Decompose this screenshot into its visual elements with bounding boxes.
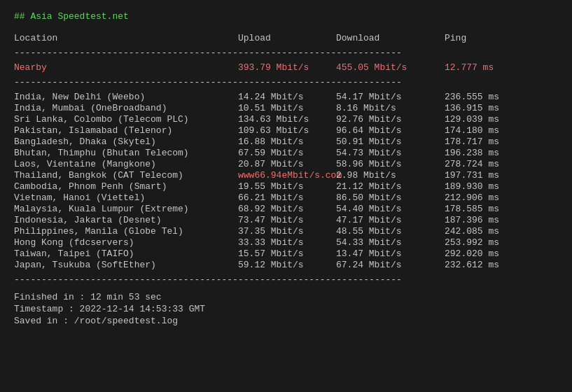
row-ping: 178.717 ms: [445, 136, 529, 147]
row-ping: 174.180 ms: [445, 125, 529, 136]
row-download: 48.55 Mbit/s: [336, 226, 445, 237]
header-location: Location: [14, 33, 238, 43]
row-upload: 10.51 Mbit/s: [238, 103, 336, 113]
row-download: 67.24 Mbit/s: [336, 260, 445, 270]
table-row: Philippines, Manila (Globe Tel)37.35 Mbi…: [14, 226, 558, 237]
table-row: Laos, Vientaine (Mangkone)20.87 Mbit/s58…: [14, 159, 558, 169]
row-location: Bangladesh, Dhaka (Skytel): [14, 136, 238, 147]
row-download: 54.40 Mbit/s: [336, 204, 445, 214]
nearby-location: Nearby: [14, 62, 238, 73]
footer: Finished in : 12 min 53 sec Timestamp : …: [14, 292, 558, 326]
row-upload: 67.59 Mbit/s: [238, 148, 336, 158]
row-download: 50.91 Mbit/s: [336, 136, 445, 147]
row-upload: 68.92 Mbit/s: [238, 204, 336, 214]
data-table: India, New Delhi (Weebo)14.24 Mbit/s54.1…: [14, 92, 558, 270]
row-download: 92.76 Mbit/s: [336, 114, 445, 125]
row-ping: 129.039 ms: [445, 114, 529, 125]
row-location: India, New Delhi (Weebo): [14, 92, 238, 102]
row-ping: 189.930 ms: [445, 181, 529, 192]
row-location: India, Mumbai (OneBroadband): [14, 103, 238, 113]
header-ping: Ping: [445, 33, 529, 43]
row-location: Philippines, Manila (Globe Tel): [14, 226, 238, 237]
table-row: Malaysia, Kuala Lumpur (Extreme)68.92 Mb…: [14, 204, 558, 214]
row-download: 96.64 Mbit/s: [336, 125, 445, 136]
row-location: Indonesia, Jakarta (Desnet): [14, 215, 238, 225]
row-download: 54.73 Mbit/s: [336, 148, 445, 158]
row-upload: 14.24 Mbit/s: [238, 92, 336, 102]
row-download: 54.33 Mbit/s: [336, 237, 445, 248]
row-location: Bhutan, Thimphu (Bhutan Telecom): [14, 148, 238, 158]
row-ping: 178.585 ms: [445, 204, 529, 214]
table-row: India, New Delhi (Weebo)14.24 Mbit/s54.1…: [14, 92, 558, 102]
row-ping: 197.731 ms: [445, 170, 529, 181]
row-location: Pakistan, Islamabad (Telenor): [14, 125, 238, 136]
footer-timestamp: Timestamp : 2022-12-14 14:53:33 GMT: [14, 304, 558, 314]
header-upload: Upload: [238, 33, 336, 43]
table-row: India, Mumbai (OneBroadband)10.51 Mbit/s…: [14, 103, 558, 113]
title: ## Asia Speedtest.net: [14, 11, 558, 22]
nearby-row: Nearby 393.79 Mbit/s 455.05 Mbit/s 12.77…: [14, 62, 558, 73]
table-row: Sri Lanka, Colombo (Telecom PLC)134.63 M…: [14, 114, 558, 125]
row-download: 58.96 Mbit/s: [336, 159, 445, 169]
row-upload: 19.55 Mbit/s: [238, 181, 336, 192]
nearby-download: 455.05 Mbit/s: [336, 62, 445, 73]
row-ping: 253.992 ms: [445, 237, 529, 248]
table-row: Hong Kong (fdcservers)33.33 Mbit/s54.33 …: [14, 237, 558, 248]
row-upload: 109.63 Mbit/s: [238, 125, 336, 136]
divider-top: ----------------------------------------…: [14, 48, 558, 58]
footer-finished: Finished in : 12 min 53 sec: [14, 292, 558, 302]
row-download: 21.12 Mbit/s: [336, 181, 445, 192]
row-ping: 212.906 ms: [445, 192, 529, 203]
row-upload: 33.33 Mbit/s: [238, 237, 336, 248]
row-location: Japan, Tsukuba (SoftEther): [14, 260, 238, 270]
row-upload: 20.87 Mbit/s: [238, 159, 336, 169]
header-download: Download: [336, 33, 445, 43]
row-upload: 73.47 Mbit/s: [238, 215, 336, 225]
row-ping: 236.555 ms: [445, 92, 529, 102]
divider-bottom: ----------------------------------------…: [14, 274, 558, 285]
table-row: Japan, Tsukuba (SoftEther)59.12 Mbit/s67…: [14, 260, 558, 270]
table-row: Taiwan, Taipei (TAIFO)15.57 Mbit/s13.47 …: [14, 248, 558, 259]
row-download: 13.47 Mbit/s: [336, 248, 445, 259]
row-location: Malaysia, Kuala Lumpur (Extreme): [14, 204, 238, 214]
row-ping: 187.396 ms: [445, 215, 529, 225]
row-download: 2.98 Mbit/s: [336, 170, 445, 181]
row-location: Taiwan, Taipei (TAIFO): [14, 248, 238, 259]
row-upload: 37.35 Mbit/s: [238, 226, 336, 237]
row-upload: 59.12 Mbit/s: [238, 260, 336, 270]
row-upload: 134.63 Mbit/s: [238, 114, 336, 125]
row-upload: 66.21 Mbit/s: [238, 192, 336, 203]
row-location: Thailand, Bangkok (CAT Telecom): [14, 170, 238, 181]
header-row: Location Upload Download Ping: [14, 33, 558, 43]
row-download: 54.17 Mbit/s: [336, 92, 445, 102]
nearby-ping: 12.777 ms: [445, 62, 529, 73]
table-row: Thailand, Bangkok (CAT Telecom)www66.94e…: [14, 170, 558, 181]
row-download: 8.16 Mbit/s: [336, 103, 445, 113]
nearby-upload: 393.79 Mbit/s: [238, 62, 336, 73]
row-ping: 278.724 ms: [445, 159, 529, 169]
row-ping: 292.020 ms: [445, 248, 529, 259]
row-ping: 232.612 ms: [445, 260, 529, 270]
row-ping: 196.238 ms: [445, 148, 529, 158]
footer-saved: Saved in : /root/speedtest.log: [14, 316, 558, 326]
table-row: Vietnam, Hanoi (Viettel)66.21 Mbit/s86.5…: [14, 192, 558, 203]
row-download: 86.50 Mbit/s: [336, 192, 445, 203]
row-location: Cambodia, Phnom Penh (Smart): [14, 181, 238, 192]
table-row: Indonesia, Jakarta (Desnet)73.47 Mbit/s4…: [14, 215, 558, 225]
table-row: Cambodia, Phnom Penh (Smart)19.55 Mbit/s…: [14, 181, 558, 192]
row-download: 47.17 Mbit/s: [336, 215, 445, 225]
row-upload: 16.88 Mbit/s: [238, 136, 336, 147]
row-location: Hong Kong (fdcservers): [14, 237, 238, 248]
row-ping: 136.915 ms: [445, 103, 529, 113]
row-upload: 15.57 Mbit/s: [238, 248, 336, 259]
row-upload: www66.94eMbit/s.com: [238, 170, 336, 181]
table-row: Pakistan, Islamabad (Telenor)109.63 Mbit…: [14, 125, 558, 136]
row-ping: 242.085 ms: [445, 226, 529, 237]
divider-nearby: ----------------------------------------…: [14, 77, 558, 88]
row-location: Vietnam, Hanoi (Viettel): [14, 192, 238, 203]
table-row: Bhutan, Thimphu (Bhutan Telecom)67.59 Mb…: [14, 148, 558, 158]
row-location: Laos, Vientaine (Mangkone): [14, 159, 238, 169]
row-location: Sri Lanka, Colombo (Telecom PLC): [14, 114, 238, 125]
table-row: Bangladesh, Dhaka (Skytel)16.88 Mbit/s50…: [14, 136, 558, 147]
